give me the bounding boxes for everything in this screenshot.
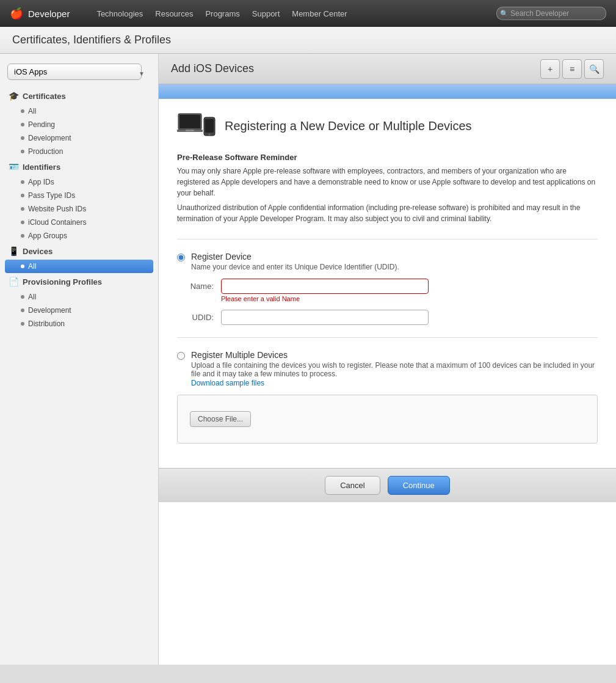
name-input[interactable] xyxy=(221,279,429,294)
content-footer: Cancel Continue xyxy=(159,468,616,502)
bullet-icon xyxy=(21,265,24,268)
platform-dropdown-wrapper: iOS Apps Mac Apps Safari Extensions ▼ xyxy=(0,59,158,87)
nav-technologies[interactable]: Technologies xyxy=(96,9,143,18)
sidebar-item-label: All xyxy=(28,293,36,301)
register-multiple-label-group: Register Multiple Devices Upload a file … xyxy=(191,350,598,387)
nav-resources[interactable]: Resources xyxy=(155,9,193,18)
device-header: Registering a New Device or Multiple Dev… xyxy=(177,111,598,141)
devices-section: 📱 Devices xyxy=(0,243,158,260)
sidebar-item-prov-distribution[interactable]: Distribution xyxy=(0,317,158,331)
sidebar-item-website-push-ids[interactable]: Website Push IDs xyxy=(0,202,158,216)
svg-rect-1 xyxy=(179,115,200,128)
sidebar-item-pass-type-ids[interactable]: Pass Type IDs xyxy=(0,189,158,202)
device-header-title: Registering a New Device or Multiple Dev… xyxy=(225,119,472,133)
reminder-box: Pre-Release Software Reminder You may on… xyxy=(177,153,598,224)
sidebar-item-app-ids[interactable]: App IDs xyxy=(0,175,158,189)
sidebar-item-label: Development xyxy=(28,134,71,142)
add-button[interactable]: + xyxy=(540,59,560,79)
content-header: Add iOS Devices + ≡ 🔍 xyxy=(159,54,616,84)
apple-logo-icon: 🍎 xyxy=(10,7,23,20)
identifiers-section: 🪪 Identifiers xyxy=(0,158,158,175)
search-input[interactable] xyxy=(496,7,606,20)
search-button[interactable]: 🔍 xyxy=(584,59,604,79)
devices-label: Devices xyxy=(23,247,53,256)
register-device-title: Register Device xyxy=(191,252,598,261)
sidebar-item-label: Pending xyxy=(28,120,55,129)
sidebar-item-label: Website Push IDs xyxy=(28,205,86,213)
udid-label: UDID: xyxy=(177,310,214,322)
sidebar-item-cert-all[interactable]: All xyxy=(0,104,158,118)
device-icon: 📱 xyxy=(9,246,19,256)
choose-file-button[interactable]: Choose File... xyxy=(190,411,251,427)
main-layout: iOS Apps Mac Apps Safari Extensions ▼ 🎓 … xyxy=(0,54,616,665)
download-link[interactable]: Download sample files xyxy=(191,379,264,387)
search-wrapper xyxy=(496,7,606,20)
register-multiple-radio-row: Register Multiple Devices Upload a file … xyxy=(177,350,598,387)
sidebar-item-device-all[interactable]: All xyxy=(5,260,153,273)
continue-button[interactable]: Continue xyxy=(388,476,450,495)
cancel-button[interactable]: Cancel xyxy=(325,476,380,495)
nav-support[interactable]: Support xyxy=(252,9,280,18)
progress-bar-area xyxy=(159,84,616,99)
udid-input[interactable] xyxy=(221,310,429,325)
nav-member-center[interactable]: Member Center xyxy=(292,9,347,18)
sidebar-item-prov-all[interactable]: All xyxy=(0,290,158,304)
sidebar-item-label: Distribution xyxy=(28,320,65,328)
bullet-icon xyxy=(21,150,24,153)
sidebar-item-cert-production[interactable]: Production xyxy=(0,145,158,158)
sidebar-item-label: App Groups xyxy=(28,232,67,240)
device-illustration xyxy=(177,111,216,141)
name-error: Please enter a valid Name xyxy=(221,295,598,302)
provisioning-section: 📄 Provisioning Profiles xyxy=(0,273,158,290)
sidebar: iOS Apps Mac Apps Safari Extensions ▼ 🎓 … xyxy=(0,54,159,665)
sidebar-item-app-groups[interactable]: App Groups xyxy=(0,229,158,243)
name-label: Name: xyxy=(177,279,214,291)
divider2 xyxy=(177,337,598,338)
sidebar-item-label: App IDs xyxy=(28,178,54,186)
device-icon-group xyxy=(177,111,216,141)
sidebar-item-label: Production xyxy=(28,147,63,156)
register-device-radio[interactable] xyxy=(177,254,185,261)
bullet-icon xyxy=(21,295,24,299)
content-title: Add iOS Devices xyxy=(171,62,254,75)
content-body: Registering a New Device or Multiple Dev… xyxy=(159,99,616,468)
bullet-icon xyxy=(21,109,24,113)
content-area: Add iOS Devices + ≡ 🔍 xyxy=(159,54,616,665)
nav-programs[interactable]: Programs xyxy=(205,9,239,18)
reminder-para1: You may only share Apple pre-release sof… xyxy=(177,166,598,199)
sidebar-item-prov-development[interactable]: Development xyxy=(0,304,158,317)
sub-header: Certificates, Identifiers & Profiles xyxy=(0,27,616,54)
register-device-radio-row: Register Device Name your device and ent… xyxy=(177,252,598,271)
brand-name: Developer xyxy=(28,9,70,19)
content-toolbar: + ≡ 🔍 xyxy=(540,59,604,79)
bullet-icon xyxy=(21,136,24,140)
sidebar-item-cert-pending[interactable]: Pending xyxy=(0,118,158,131)
bullet-icon xyxy=(21,309,24,312)
certificate-icon: 🎓 xyxy=(9,91,19,101)
register-device-section: Register Device Name your device and ent… xyxy=(177,252,598,325)
register-multiple-desc: Upload a file containing the devices you… xyxy=(191,361,598,378)
id-icon: 🪪 xyxy=(9,162,19,172)
certificates-label: Certificates xyxy=(23,92,66,101)
register-multiple-title: Register Multiple Devices xyxy=(191,350,598,360)
register-multiple-radio[interactable] xyxy=(177,352,185,360)
name-field-col: Please enter a valid Name xyxy=(221,279,598,302)
sidebar-item-icloud-containers[interactable]: iCloud Containers xyxy=(0,216,158,229)
sidebar-item-cert-development[interactable]: Development xyxy=(0,131,158,145)
identifiers-label: Identifiers xyxy=(23,163,60,172)
nav-links: Technologies Resources Programs Support … xyxy=(96,9,347,18)
bullet-icon xyxy=(21,123,24,126)
list-button[interactable]: ≡ xyxy=(562,59,582,79)
platform-dropdown[interactable]: iOS Apps Mac Apps Safari Extensions xyxy=(7,64,142,80)
progress-bar xyxy=(159,84,616,98)
bullet-icon xyxy=(21,221,24,224)
sidebar-item-label: All xyxy=(28,107,36,115)
svg-rect-5 xyxy=(205,119,214,133)
svg-point-6 xyxy=(209,134,211,136)
udid-field-col xyxy=(221,310,598,325)
bullet-icon xyxy=(21,180,24,184)
provisioning-icon: 📄 xyxy=(9,277,19,287)
bullet-icon xyxy=(21,194,24,197)
udid-form-row: UDID: xyxy=(177,310,598,325)
file-upload-area: Choose File... xyxy=(177,395,598,444)
